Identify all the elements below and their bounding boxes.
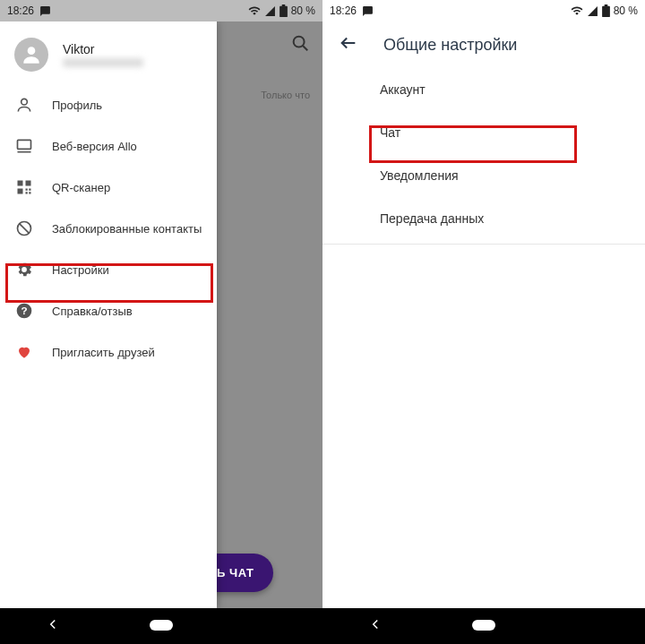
message-icon xyxy=(39,5,51,17)
setting-label: Передача данных xyxy=(380,211,484,226)
avatar xyxy=(14,38,48,72)
svg-text:?: ? xyxy=(21,305,27,316)
nav-back-icon[interactable] xyxy=(367,616,383,636)
setting-item-account[interactable]: Аккаунт xyxy=(380,68,645,111)
nav-home-icon[interactable] xyxy=(472,618,495,634)
setting-item-chat[interactable]: Чат xyxy=(380,111,645,154)
svg-point-3 xyxy=(28,47,36,55)
svg-line-2 xyxy=(303,46,307,50)
drawer-label: Настройки xyxy=(52,263,109,277)
help-icon: ? xyxy=(14,301,34,321)
setting-label: Уведомления xyxy=(380,168,459,183)
svg-rect-13 xyxy=(29,192,30,193)
svg-point-4 xyxy=(22,99,28,105)
drawer-label: Веб-версия Allo xyxy=(52,140,137,153)
signal-icon xyxy=(264,5,276,17)
person-icon xyxy=(14,95,34,115)
heart-icon xyxy=(14,342,34,362)
android-nav-bar xyxy=(322,608,645,644)
qr-icon xyxy=(14,177,34,197)
svg-rect-18 xyxy=(150,620,173,631)
svg-rect-19 xyxy=(603,8,609,16)
app-header: Общие настройки xyxy=(322,21,645,68)
back-arrow-icon[interactable] xyxy=(339,33,358,56)
android-nav-bar xyxy=(0,608,322,644)
chat-timestamp: Только что xyxy=(261,90,310,100)
drawer-label: Заблокированные контакты xyxy=(52,222,202,236)
drawer-item-settings[interactable]: Настройки xyxy=(0,249,217,290)
svg-rect-8 xyxy=(26,181,31,186)
nav-back-icon[interactable] xyxy=(45,616,61,636)
svg-point-1 xyxy=(294,37,305,47)
status-time: 18:26 xyxy=(7,4,34,17)
phone-right: 18:26 80 % xyxy=(322,0,645,644)
drawer-item-blocked[interactable]: Заблокированные контакты xyxy=(0,208,217,249)
svg-rect-21 xyxy=(472,620,495,631)
setting-item-notifications[interactable]: Уведомления xyxy=(380,154,645,197)
nav-drawer: Viktor Профиль Веб-версия Allo xyxy=(0,21,217,608)
status-battery-pct: 80 % xyxy=(291,4,315,17)
message-icon xyxy=(362,5,374,17)
block-icon xyxy=(14,219,34,238)
page-title: Общие настройки xyxy=(383,36,517,55)
svg-rect-0 xyxy=(280,8,287,16)
status-battery-pct: 80 % xyxy=(614,4,638,17)
svg-rect-9 xyxy=(18,189,23,194)
drawer-label: QR-сканер xyxy=(52,181,110,194)
signal-icon xyxy=(587,5,598,17)
drawer-label: Профиль xyxy=(52,99,102,112)
wifi-icon xyxy=(248,4,261,17)
battery-icon xyxy=(280,4,288,17)
nav-home-icon[interactable] xyxy=(150,618,173,634)
status-bar: 18:26 80 % xyxy=(0,0,322,21)
user-phone-blurred xyxy=(63,58,143,67)
battery-icon xyxy=(602,4,610,17)
phone-left: 18:26 80 % xyxy=(0,0,322,644)
drawer-item-invite[interactable]: Пригласить друзей xyxy=(0,331,217,373)
search-icon[interactable] xyxy=(290,33,310,56)
drawer-label: Пригласить друзей xyxy=(52,346,155,359)
svg-rect-10 xyxy=(26,189,28,191)
setting-label: Аккаунт xyxy=(380,82,426,97)
drawer-item-profile[interactable]: Профиль xyxy=(0,84,217,125)
svg-rect-7 xyxy=(18,181,23,186)
svg-rect-11 xyxy=(29,189,30,191)
desktop-icon xyxy=(14,136,34,156)
drawer-item-qr[interactable]: QR-сканер xyxy=(0,167,217,208)
user-name: Viktor xyxy=(63,42,143,56)
gear-icon xyxy=(14,260,34,279)
divider xyxy=(322,244,645,245)
svg-line-15 xyxy=(20,224,30,234)
wifi-icon xyxy=(571,4,583,17)
drawer-item-help[interactable]: ? Справка/отзыв xyxy=(0,290,217,331)
drawer-item-web[interactable]: Веб-версия Allo xyxy=(0,125,217,167)
setting-label: Чат xyxy=(380,125,400,140)
status-bar: 18:26 80 % xyxy=(322,0,645,21)
drawer-label: Справка/отзыв xyxy=(52,305,133,318)
settings-list: Аккаунт Чат Уведомления Передача данных xyxy=(322,68,645,240)
svg-rect-5 xyxy=(18,140,31,149)
drawer-header[interactable]: Viktor xyxy=(0,29,217,84)
svg-rect-12 xyxy=(26,192,28,193)
setting-item-data[interactable]: Передача данных xyxy=(380,197,645,240)
status-time: 18:26 xyxy=(330,4,357,17)
